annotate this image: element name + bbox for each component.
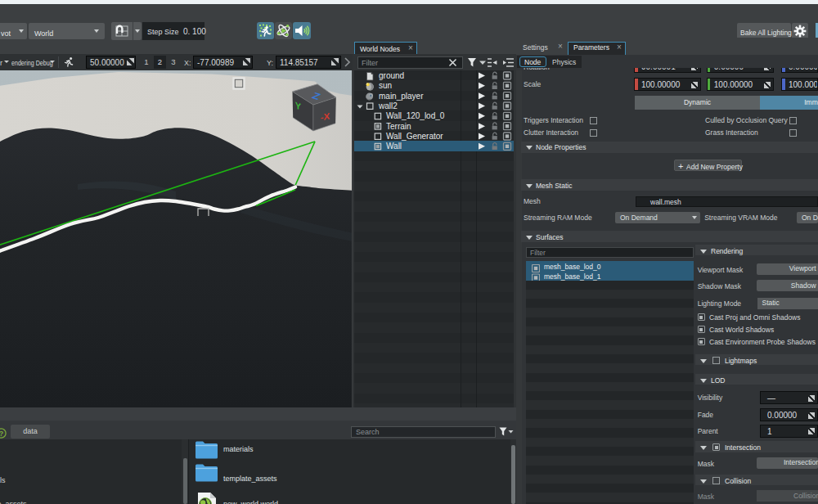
svg-text:-X: -X	[321, 111, 330, 123]
svg-text:?: ?	[0, 430, 3, 438]
